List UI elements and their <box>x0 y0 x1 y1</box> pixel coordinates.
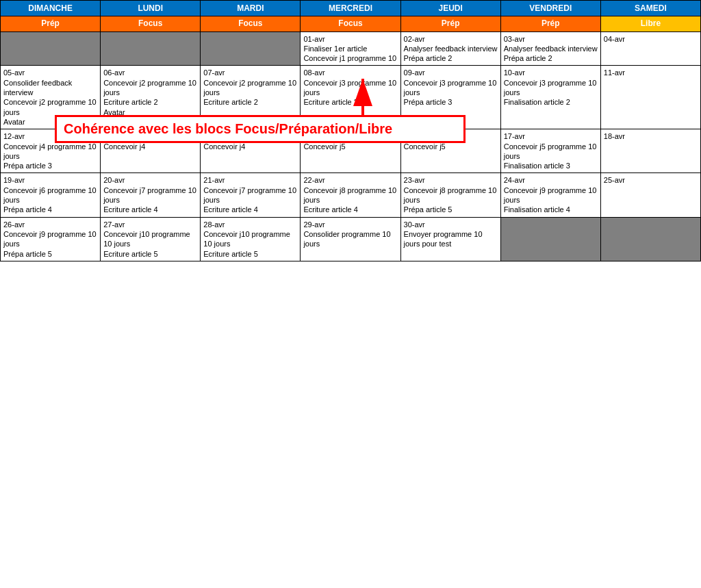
task-text: Concevoir j2 programme 10 jours <box>103 79 196 97</box>
date-label: 28-avr <box>203 220 225 229</box>
date-label: 20-avr <box>103 176 125 184</box>
date-label: 08-avr <box>303 68 324 77</box>
date-label: 06-avr <box>103 68 125 77</box>
task-text: Concevoir j10 programme 10 jours <box>103 230 190 248</box>
date-label: 25-avr <box>604 176 625 184</box>
week-row-3: 19-avrConcevoir j6 programme 10 joursPré… <box>1 173 701 217</box>
day-cell-w4-d4: 30-avrEnvoyer programme 10 jours pour te… <box>400 217 500 261</box>
task-text: Analyser feedback interview <box>404 44 498 53</box>
date-label: 10-avr <box>504 68 525 77</box>
task-text: Concevoir j9 programme 10 jours <box>504 186 597 204</box>
task-text: Finaliser 1er article <box>303 44 367 53</box>
task-text: Avatar <box>3 118 25 126</box>
task-text: Prépa article 3 <box>404 98 453 106</box>
col-jeudi: JEUDI <box>400 1 500 16</box>
date-label: 07-avr <box>203 68 225 77</box>
task-text: Ecriture article 4 <box>103 205 157 214</box>
col-vendredi: VENDREDI <box>500 1 600 16</box>
task-text: Concevoir j10 programme 10 jours <box>203 230 290 248</box>
task-text: Finalisation article 3 <box>504 162 570 170</box>
task-text: Concevoir j8 programme 10 jours <box>303 186 396 204</box>
annotation-coherence: Cohérence avec les blocs Focus/Préparati… <box>55 115 466 143</box>
mode-samedi: Libre <box>600 16 700 32</box>
date-label: 30-avr <box>404 220 425 229</box>
task-text: Prépa article 2 <box>404 54 453 62</box>
task-text: Concevoir j5 programme 10 jours <box>504 142 597 160</box>
date-label: 27-avr <box>103 220 125 229</box>
day-cell-w1-d5: 10-avrConcevoir j3 programme 10 joursFin… <box>500 66 600 129</box>
day-cell-w0-d0 <box>1 31 101 66</box>
day-cell-w3-d3: 22-avrConcevoir j8 programme 10 joursEcr… <box>301 173 400 217</box>
task-text: Concevoir j8 programme 10 jours <box>404 186 497 204</box>
day-cell-w0-d6: 04-avr <box>600 31 700 66</box>
annotation-coherence-text: Cohérence avec les blocs Focus/Préparati… <box>64 121 392 136</box>
day-cell-w4-d3: 29-avrConsolider programme 10 jours <box>301 217 400 261</box>
header-row: DIMANCHE LUNDI MARDI MERCREDI JEUDI VEND… <box>1 1 701 16</box>
day-cell-w3-d5: 24-avrConcevoir j9 programme 10 joursFin… <box>500 173 600 217</box>
task-text: Concevoir j2 programme 10 jours <box>3 98 97 116</box>
task-text: Concevoir j3 programme 10 jours <box>303 79 396 97</box>
mode-vendredi: Prép <box>500 16 600 32</box>
task-text: Ecriture article 4 <box>303 205 357 214</box>
task-text: Concevoir j5 <box>303 142 345 151</box>
col-dimanche: DIMANCHE <box>1 1 101 16</box>
task-text: Prépa article 5 <box>3 250 52 258</box>
date-label: 22-avr <box>303 176 324 184</box>
task-text: Prépa article 3 <box>3 162 52 170</box>
date-label: 04-avr <box>604 35 625 43</box>
date-label: 29-avr <box>303 220 324 229</box>
day-cell-w3-d4: 23-avrConcevoir j8 programme 10 joursPré… <box>400 173 500 217</box>
date-label: 18-avr <box>604 132 625 140</box>
date-label: 17-avr <box>504 132 525 140</box>
task-text: Ecriture article 2 <box>103 98 157 106</box>
date-label: 23-avr <box>404 176 425 184</box>
mode-mardi: Focus <box>201 16 301 32</box>
col-mardi: MARDI <box>201 1 301 16</box>
task-text: Concevoir j3 programme 10 jours <box>404 79 497 97</box>
task-text: Prépa article 4 <box>3 205 52 214</box>
day-cell-w0-d2 <box>201 31 301 66</box>
day-cell-w4-d5 <box>500 217 600 261</box>
mode-dimanche: Prép <box>1 16 101 32</box>
task-text: Ecriture article 5 <box>203 250 257 258</box>
week-row-4: 26-avrConcevoir j9 programme 10 joursPré… <box>1 217 701 261</box>
task-text: Concevoir j1 programme 10 <box>303 54 396 62</box>
day-cell-w4-d6 <box>600 217 700 261</box>
task-text: Concevoir j5 <box>404 142 446 151</box>
day-cell-w4-d1: 27-avrConcevoir j10 programme 10 joursEc… <box>101 217 201 261</box>
day-cell-w2-d5: 17-avrConcevoir j5 programme 10 joursFin… <box>500 129 600 173</box>
date-label: 03-avr <box>504 35 525 43</box>
day-cell-w3-d1: 20-avrConcevoir j7 programme 10 joursEcr… <box>101 173 201 217</box>
day-cell-w3-d6: 25-avr <box>600 173 700 217</box>
date-label: 24-avr <box>504 176 525 184</box>
task-text: Ecriture article 2 <box>203 98 257 106</box>
date-label: 01-avr <box>303 35 324 43</box>
day-cell-w0-d5: 03-avrAnalyser feedback interviewPrépa a… <box>500 31 600 66</box>
task-text: Concevoir j2 programme 10 jours <box>203 79 296 97</box>
task-text: Concevoir j4 <box>103 142 145 151</box>
day-cell-w3-d0: 19-avrConcevoir j6 programme 10 joursPré… <box>1 173 101 217</box>
day-cell-w0-d4: 02-avrAnalyser feedback interviewPrépa a… <box>400 31 500 66</box>
task-text: Finalisation article 2 <box>504 98 570 106</box>
task-text: Concevoir j6 programme 10 jours <box>3 186 97 204</box>
day-cell-w3-d2: 21-avrConcevoir j7 programme 10 joursEcr… <box>201 173 301 217</box>
task-text: Analyser feedback interview <box>504 44 598 53</box>
week-row-0: 01-avrFinaliser 1er articleConcevoir j1 … <box>1 31 701 66</box>
task-text: Ecriture article 4 <box>203 205 257 214</box>
task-text: Ecriture article 2 <box>303 98 357 106</box>
col-mercredi: MERCREDI <box>301 1 400 16</box>
task-text: Consolider programme 10 jours <box>303 230 390 248</box>
col-lundi: LUNDI <box>101 1 201 16</box>
task-text: Envoyer programme 10 jours pour test <box>404 230 483 248</box>
day-cell-w1-d6: 11-avr <box>600 66 700 129</box>
task-text: Concevoir j9 programme 10 jours <box>3 230 97 248</box>
day-cell-w2-d6: 18-avr <box>600 129 700 173</box>
day-cell-w0-d3: 01-avrFinaliser 1er articleConcevoir j1 … <box>301 31 400 66</box>
date-label: 26-avr <box>3 220 25 229</box>
task-text: Concevoir j7 programme 10 jours <box>203 186 296 204</box>
task-text: Concevoir j4 <box>203 142 245 151</box>
date-label: 21-avr <box>203 176 225 184</box>
day-cell-w4-d2: 28-avrConcevoir j10 programme 10 joursEc… <box>201 217 301 261</box>
calendar-container: DIMANCHE LUNDI MARDI MERCREDI JEUDI VEND… <box>0 0 701 261</box>
date-label: 02-avr <box>404 35 425 43</box>
